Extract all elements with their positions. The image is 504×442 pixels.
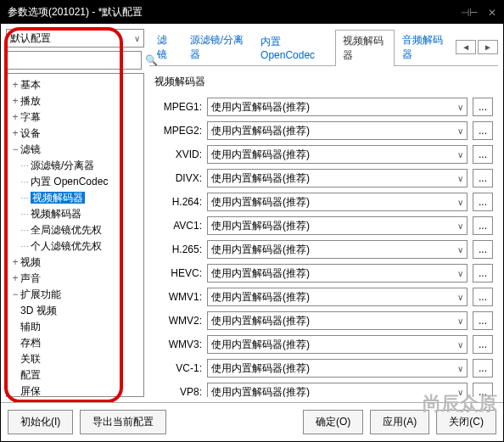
tree-item[interactable]: 3D 视频 (8, 303, 142, 319)
ok-button[interactable]: 确定(O) (303, 410, 363, 434)
codec-select[interactable]: 使用内置解码器(推荐)∨ (207, 169, 468, 187)
tab[interactable]: 视频解码器 (335, 30, 395, 66)
tree-item-label: 全局滤镜优先权 (31, 224, 102, 236)
codec-select[interactable]: 使用内置解码器(推荐)∨ (207, 145, 468, 164)
close-icon[interactable]: ✕ (488, 7, 496, 19)
section-title: 视频解码器 (154, 75, 493, 89)
content-area: 视频解码器 MPEG1:使用内置解码器(推荐)∨...MPEG2:使用内置解码器… (149, 66, 498, 397)
chevron-down-icon: ∨ (134, 34, 140, 43)
codec-label: MPEG1: (154, 101, 202, 113)
tab-nav-right[interactable]: ► (478, 40, 498, 54)
tree-item[interactable]: 关联 (8, 351, 142, 367)
tree-item-label: 屏保 (20, 385, 41, 397)
codec-more-button[interactable]: ... (473, 216, 493, 235)
expand-icon[interactable]: − (10, 288, 20, 300)
codec-row: VC-1:使用内置解码器(推荐)∨... (154, 359, 493, 378)
codec-select[interactable]: 使用内置解码器(推荐)∨ (207, 383, 468, 397)
search-button[interactable]: 🔍 (145, 51, 158, 70)
codec-select[interactable]: 使用内置解码器(推荐)∨ (207, 121, 468, 140)
tree-item[interactable]: +设备 (8, 126, 142, 142)
tree-item-label: 关联 (20, 353, 41, 365)
codec-label: AVC1: (154, 220, 202, 232)
codec-more-button[interactable]: ... (473, 288, 493, 306)
tree-item-label: 源滤镜/分离器 (31, 159, 94, 171)
tab-nav-left[interactable]: ◄ (456, 40, 476, 54)
tree-item-label: 基本 (20, 79, 41, 91)
codec-select[interactable]: 使用内置解码器(推荐)∨ (207, 264, 468, 283)
profile-select[interactable]: 默认配置 ∨ (6, 29, 144, 48)
search-icon: 🔍 (145, 54, 158, 66)
tab[interactable]: 源滤镜/分离器 (182, 29, 253, 65)
pin-icon[interactable]: ⊣⊢ (461, 7, 478, 19)
expand-icon[interactable]: + (10, 127, 20, 139)
main-panel: 滤镜源滤镜/分离器内置 OpenCodec视频解码器音频解码器◄► 视频解码器 … (149, 29, 498, 397)
codec-select[interactable]: 使用内置解码器(推荐)∨ (207, 311, 468, 330)
expand-icon[interactable]: + (10, 272, 20, 284)
codec-select[interactable]: 使用内置解码器(推荐)∨ (207, 216, 468, 235)
chevron-down-icon: ∨ (457, 364, 463, 373)
codec-label: MPEG2: (154, 125, 202, 137)
codec-select[interactable]: 使用内置解码器(推荐)∨ (207, 288, 468, 306)
codec-more-button[interactable]: ... (473, 335, 493, 354)
init-button[interactable]: 初始化(I) (8, 410, 73, 434)
codec-more-button[interactable]: ... (473, 121, 493, 140)
codec-more-button[interactable]: ... (473, 311, 493, 330)
codec-label: H.264: (154, 196, 202, 208)
tree-item[interactable]: +视频 (8, 255, 142, 271)
codec-row: MPEG2:使用内置解码器(推荐)∨... (154, 121, 493, 140)
chevron-down-icon: ∨ (457, 221, 463, 231)
codec-label: XVID: (154, 148, 202, 160)
tree-item[interactable]: 内置 OpenCodec (8, 174, 142, 190)
codec-select[interactable]: 使用内置解码器(推荐)∨ (207, 359, 468, 378)
codec-more-button[interactable]: ... (473, 383, 493, 397)
tree-item[interactable]: 视频解码器 (8, 206, 142, 222)
tree-item[interactable]: +基本 (8, 77, 142, 93)
chevron-down-icon: ∨ (457, 388, 463, 397)
tree-item[interactable]: 全局滤镜优先权 (8, 222, 142, 238)
codec-select[interactable]: 使用内置解码器(推荐)∨ (207, 240, 468, 259)
expand-icon[interactable]: + (10, 95, 20, 107)
tree-item-label: 滤镜 (20, 143, 41, 155)
tree-item-label: 视频 (20, 256, 41, 268)
chevron-down-icon: ∨ (457, 245, 463, 255)
chevron-down-icon: ∨ (457, 126, 463, 136)
apply-button[interactable]: 应用(A) (370, 410, 429, 434)
codec-more-button[interactable]: ... (473, 193, 493, 211)
tree-item-label: 视频解码器 (31, 208, 81, 220)
codec-more-button[interactable]: ... (473, 240, 493, 259)
tree-item[interactable]: 个人滤镜优先权 (8, 238, 142, 255)
tree-item[interactable]: −扩展功能 (8, 287, 142, 303)
tree-item[interactable]: +播放 (8, 93, 142, 109)
tree-item[interactable]: 视频解码器 (8, 190, 142, 206)
tree-item[interactable]: 辅助 (8, 319, 142, 335)
codec-row: H.265:使用内置解码器(推荐)∨... (154, 240, 493, 259)
expand-icon[interactable]: + (10, 79, 20, 91)
codec-label: H.265: (154, 243, 202, 255)
codec-select[interactable]: 使用内置解码器(推荐)∨ (207, 98, 468, 116)
codec-more-button[interactable]: ... (473, 359, 493, 378)
codec-more-button[interactable]: ... (473, 264, 493, 283)
nav-tree: +基本+播放+字幕+设备−滤镜源滤镜/分离器内置 OpenCodec视频解码器视… (6, 73, 144, 397)
tree-item[interactable]: +字幕 (8, 109, 142, 126)
expand-icon[interactable]: + (10, 256, 20, 268)
tree-item[interactable]: 存档 (8, 335, 142, 351)
export-button[interactable]: 导出当前配置 (80, 410, 166, 434)
expand-icon[interactable]: − (10, 143, 20, 155)
tree-item[interactable]: 屏保 (8, 383, 142, 397)
codec-more-button[interactable]: ... (473, 145, 493, 164)
codec-more-button[interactable]: ... (473, 98, 493, 116)
chevron-down-icon: ∨ (457, 174, 463, 183)
codec-select[interactable]: 使用内置解码器(推荐)∨ (207, 335, 468, 354)
tree-item[interactable]: +声音 (8, 271, 142, 287)
tree-item[interactable]: −滤镜 (8, 142, 142, 158)
chevron-down-icon: ∨ (457, 340, 463, 350)
tab[interactable]: 内置 OpenCodec (253, 31, 335, 64)
tree-item[interactable]: 源滤镜/分离器 (8, 158, 142, 174)
tab[interactable]: 音频解码器 (395, 29, 454, 65)
codec-select[interactable]: 使用内置解码器(推荐)∨ (207, 193, 468, 211)
tree-item[interactable]: 配置 (8, 367, 142, 383)
codec-more-button[interactable]: ... (473, 169, 493, 187)
expand-icon[interactable]: + (10, 111, 20, 123)
close-button[interactable]: 关闭(C) (436, 410, 496, 434)
search-input[interactable] (6, 51, 142, 70)
